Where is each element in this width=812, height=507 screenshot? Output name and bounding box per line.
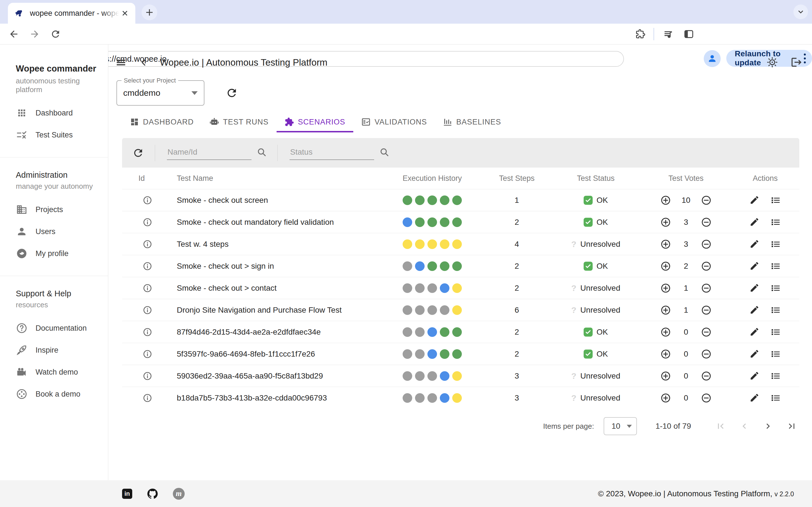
info-icon[interactable]: [143, 217, 152, 227]
tab-baselines[interactable]: BASELINES: [435, 113, 509, 131]
edit-icon[interactable]: [749, 239, 760, 249]
details-list-icon[interactable]: [770, 349, 781, 359]
vote-down-icon[interactable]: [701, 327, 712, 337]
tab-scenarios[interactable]: SCENARIOS: [276, 113, 353, 131]
details-list-icon[interactable]: [770, 305, 781, 316]
history-dot-gray: [403, 393, 412, 403]
vote-up-icon[interactable]: [660, 393, 671, 403]
browser-menu-kebab-icon[interactable]: [803, 52, 807, 64]
vote-up-icon[interactable]: [660, 283, 671, 293]
rocket-icon: [16, 344, 28, 356]
vote-up-icon[interactable]: [660, 195, 671, 206]
search-icon-2[interactable]: [379, 147, 389, 157]
edit-icon[interactable]: [749, 217, 760, 228]
edit-icon[interactable]: [749, 327, 760, 337]
vote-up-icon[interactable]: [660, 327, 671, 337]
sidebar-item-test-suites[interactable]: Test Suites: [16, 124, 108, 146]
sidebar-item-watch-demo[interactable]: Watch demo: [16, 361, 108, 383]
details-list-icon[interactable]: [770, 327, 781, 337]
vote-down-icon[interactable]: [701, 305, 712, 316]
linkedin-icon[interactable]: in: [122, 489, 132, 499]
first-page-icon[interactable]: [715, 421, 726, 432]
vote-down-icon[interactable]: [701, 283, 712, 293]
vote-up-icon[interactable]: [660, 371, 671, 381]
edit-icon[interactable]: [749, 393, 760, 403]
prev-page-icon[interactable]: [739, 421, 750, 432]
playlist-icon[interactable]: [663, 29, 674, 40]
vote-up-icon[interactable]: [660, 305, 671, 316]
back-icon[interactable]: [8, 29, 19, 40]
details-list-icon[interactable]: [770, 283, 781, 293]
details-list-icon[interactable]: [770, 217, 781, 228]
edit-icon[interactable]: [749, 283, 760, 293]
vote-down-icon[interactable]: [701, 195, 712, 206]
vote-up-icon[interactable]: [660, 217, 671, 228]
status-filter-input[interactable]: [290, 146, 374, 160]
details-list-icon[interactable]: [770, 371, 781, 381]
vote-down-icon[interactable]: [701, 217, 712, 228]
details-list-icon[interactable]: [770, 195, 781, 206]
details-list-icon[interactable]: [770, 393, 781, 403]
tab-dashboard[interactable]: DASHBOARD: [122, 113, 202, 131]
items-per-page-select[interactable]: 10: [604, 417, 637, 435]
edit-icon[interactable]: [749, 371, 760, 381]
browser-tab[interactable]: wopee commander - wopee c: [8, 3, 135, 24]
vote-up-icon[interactable]: [660, 349, 671, 359]
info-icon[interactable]: [143, 327, 152, 337]
info-icon[interactable]: [143, 349, 152, 359]
info-icon[interactable]: [143, 371, 152, 381]
info-icon[interactable]: [143, 195, 152, 205]
info-icon[interactable]: [143, 262, 152, 271]
info-icon[interactable]: [143, 305, 152, 315]
info-icon[interactable]: [143, 283, 152, 293]
sidebar-item-documentation[interactable]: Documentation: [16, 317, 108, 339]
details-list-icon[interactable]: [770, 239, 781, 249]
edit-icon[interactable]: [749, 195, 760, 206]
profile-avatar[interactable]: [704, 50, 721, 67]
tab-validations[interactable]: VALIDATIONS: [353, 113, 435, 131]
vote-up-icon[interactable]: [660, 261, 671, 272]
unresolved-question-icon: ?: [571, 283, 576, 293]
extensions-icon[interactable]: [635, 29, 646, 40]
logout-icon[interactable]: [791, 56, 802, 68]
meetup-icon[interactable]: m: [173, 488, 185, 500]
info-icon[interactable]: [143, 393, 152, 403]
vote-down-icon[interactable]: [701, 261, 712, 272]
tab-close-icon[interactable]: [121, 9, 129, 17]
edit-icon[interactable]: [749, 305, 760, 316]
sidebar-item-projects[interactable]: Projects: [16, 199, 108, 221]
info-icon[interactable]: [143, 239, 152, 249]
vote-down-icon[interactable]: [701, 349, 712, 359]
page-title: Wopee.io | Autonomous Testing Platform: [160, 57, 327, 68]
vote-down-icon[interactable]: [701, 393, 712, 403]
reload-icon[interactable]: [50, 29, 61, 40]
brightness-toggle-icon[interactable]: [766, 56, 778, 68]
sidebar-item-inspire[interactable]: Inspire: [16, 339, 108, 361]
new-tab-button[interactable]: [142, 4, 157, 20]
back-chevron-icon[interactable]: [139, 58, 149, 67]
vote-down-icon[interactable]: [701, 371, 712, 381]
vote-down-icon[interactable]: [701, 239, 712, 249]
next-page-icon[interactable]: [763, 421, 773, 432]
help-icon: [16, 322, 28, 334]
github-icon[interactable]: [146, 488, 159, 500]
table-refresh-icon[interactable]: [132, 147, 144, 159]
last-page-icon[interactable]: [786, 421, 797, 432]
sidebar-item-book-a-demo[interactable]: Book a demo: [16, 383, 108, 405]
tab-test-runs[interactable]: TEST RUNS: [202, 113, 276, 131]
tab-search-chevron-icon[interactable]: [794, 4, 808, 19]
search-icon[interactable]: [257, 147, 267, 157]
project-select[interactable]: Select your Project cmddemo: [116, 80, 204, 106]
side-panel-icon[interactable]: [683, 29, 694, 40]
edit-icon[interactable]: [749, 349, 760, 359]
sidebar-item-users[interactable]: Users: [16, 221, 108, 242]
menu-hamburger-icon[interactable]: [115, 57, 126, 68]
project-refresh-icon[interactable]: [225, 87, 238, 99]
sidebar-item-dashboard[interactable]: Dashboard: [16, 102, 108, 124]
name-id-filter-input[interactable]: [167, 146, 252, 160]
sidebar-item-my-profile[interactable]: My profile: [16, 242, 108, 265]
vote-up-icon[interactable]: [660, 239, 671, 249]
forward-icon[interactable]: [29, 29, 40, 40]
details-list-icon[interactable]: [770, 261, 781, 272]
edit-icon[interactable]: [749, 261, 760, 272]
